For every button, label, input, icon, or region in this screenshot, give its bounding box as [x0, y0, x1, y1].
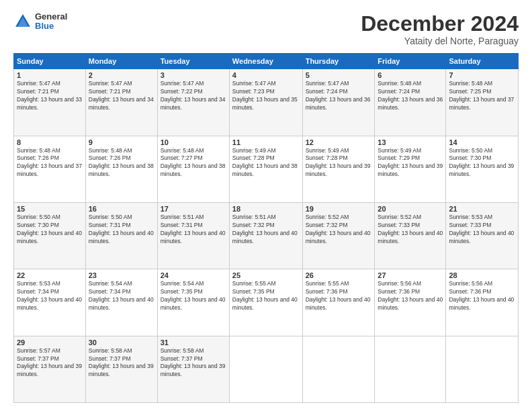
- calendar-table: Sunday Monday Tuesday Wednesday Thursday…: [13, 53, 519, 403]
- day-number: 29: [17, 338, 83, 347]
- day-number: 30: [89, 338, 154, 347]
- table-row: [229, 336, 302, 402]
- day-info: Sunrise: 5:52 AMSunset: 7:32 PMDaylight:…: [306, 214, 372, 246]
- logo-text: General Blue: [35, 12, 67, 32]
- table-row: 30Sunrise: 5:58 AMSunset: 7:37 PMDayligh…: [85, 336, 157, 402]
- day-info: Sunrise: 5:48 AMSunset: 7:27 PMDaylight:…: [161, 147, 226, 179]
- day-number: 18: [232, 205, 300, 213]
- day-info: Sunrise: 5:48 AMSunset: 7:24 PMDaylight:…: [378, 80, 443, 112]
- day-info: Sunrise: 5:50 AMSunset: 7:31 PMDaylight:…: [89, 214, 154, 246]
- day-number: 23: [89, 271, 154, 279]
- day-info: Sunrise: 5:49 AMSunset: 7:28 PMDaylight:…: [232, 147, 300, 179]
- table-row: 3Sunrise: 5:47 AMSunset: 7:22 PMDaylight…: [157, 69, 229, 136]
- day-info: Sunrise: 5:58 AMSunset: 7:37 PMDaylight:…: [89, 347, 154, 379]
- table-row: 21Sunrise: 5:53 AMSunset: 7:33 PMDayligh…: [446, 202, 519, 269]
- page: General Blue December 2024 Yataity del N…: [0, 0, 532, 411]
- calendar-week-row: 29Sunrise: 5:57 AMSunset: 7:37 PMDayligh…: [14, 336, 519, 402]
- table-row: 13Sunrise: 5:49 AMSunset: 7:29 PMDayligh…: [375, 136, 446, 202]
- day-number: 31: [161, 338, 226, 347]
- top-section: General Blue December 2024 Yataity del N…: [13, 12, 519, 46]
- day-info: Sunrise: 5:48 AMSunset: 7:26 PMDaylight:…: [17, 147, 83, 179]
- table-row: 12Sunrise: 5:49 AMSunset: 7:28 PMDayligh…: [302, 136, 375, 202]
- day-info: Sunrise: 5:55 AMSunset: 7:36 PMDaylight:…: [306, 280, 372, 312]
- day-info: Sunrise: 5:53 AMSunset: 7:34 PMDaylight:…: [17, 280, 83, 312]
- day-info: Sunrise: 5:52 AMSunset: 7:33 PMDaylight:…: [378, 214, 443, 246]
- table-row: 1Sunrise: 5:47 AMSunset: 7:21 PMDaylight…: [14, 69, 86, 136]
- day-info: Sunrise: 5:55 AMSunset: 7:35 PMDaylight:…: [232, 280, 300, 312]
- table-row: 5Sunrise: 5:47 AMSunset: 7:24 PMDaylight…: [302, 69, 375, 136]
- table-row: 17Sunrise: 5:51 AMSunset: 7:31 PMDayligh…: [157, 202, 229, 269]
- col-thursday: Thursday: [302, 54, 375, 69]
- day-number: 27: [378, 271, 443, 279]
- logo-icon: [13, 12, 32, 31]
- day-number: 16: [89, 205, 154, 213]
- day-number: 22: [17, 271, 83, 279]
- table-row: 18Sunrise: 5:51 AMSunset: 7:32 PMDayligh…: [229, 202, 302, 269]
- table-row: 23Sunrise: 5:54 AMSunset: 7:34 PMDayligh…: [85, 269, 157, 336]
- day-number: 8: [17, 138, 83, 146]
- col-saturday: Saturday: [446, 54, 519, 69]
- table-row: 24Sunrise: 5:54 AMSunset: 7:35 PMDayligh…: [157, 269, 229, 336]
- day-number: 20: [378, 205, 443, 213]
- day-info: Sunrise: 5:56 AMSunset: 7:36 PMDaylight:…: [378, 280, 443, 312]
- day-info: Sunrise: 5:56 AMSunset: 7:36 PMDaylight:…: [449, 280, 515, 312]
- day-info: Sunrise: 5:54 AMSunset: 7:34 PMDaylight:…: [89, 280, 154, 312]
- table-row: 20Sunrise: 5:52 AMSunset: 7:33 PMDayligh…: [375, 202, 446, 269]
- day-info: Sunrise: 5:47 AMSunset: 7:21 PMDaylight:…: [89, 80, 154, 112]
- day-info: Sunrise: 5:47 AMSunset: 7:24 PMDaylight:…: [306, 80, 372, 112]
- day-info: Sunrise: 5:57 AMSunset: 7:37 PMDaylight:…: [17, 347, 83, 379]
- day-number: 5: [306, 71, 372, 79]
- table-row: 27Sunrise: 5:56 AMSunset: 7:36 PMDayligh…: [375, 269, 446, 336]
- table-row: 29Sunrise: 5:57 AMSunset: 7:37 PMDayligh…: [14, 336, 86, 402]
- table-row: 26Sunrise: 5:55 AMSunset: 7:36 PMDayligh…: [302, 269, 375, 336]
- col-wednesday: Wednesday: [229, 54, 302, 69]
- day-number: 12: [306, 138, 372, 146]
- location-subtitle: Yataity del Norte, Paraguay: [361, 36, 519, 46]
- day-number: 24: [161, 271, 226, 279]
- table-row: 14Sunrise: 5:50 AMSunset: 7:30 PMDayligh…: [446, 136, 519, 202]
- day-info: Sunrise: 5:48 AMSunset: 7:26 PMDaylight:…: [89, 147, 154, 179]
- day-number: 19: [306, 205, 372, 213]
- day-info: Sunrise: 5:50 AMSunset: 7:30 PMDaylight:…: [449, 147, 515, 179]
- col-friday: Friday: [375, 54, 446, 69]
- table-row: 6Sunrise: 5:48 AMSunset: 7:24 PMDaylight…: [375, 69, 446, 136]
- day-number: 3: [161, 71, 226, 79]
- day-number: 13: [378, 138, 443, 146]
- table-row: 15Sunrise: 5:50 AMSunset: 7:30 PMDayligh…: [14, 202, 86, 269]
- day-info: Sunrise: 5:51 AMSunset: 7:31 PMDaylight:…: [161, 214, 226, 246]
- col-monday: Monday: [85, 54, 157, 69]
- day-number: 11: [232, 138, 300, 146]
- logo-blue: Blue: [35, 21, 67, 31]
- col-sunday: Sunday: [14, 54, 86, 69]
- day-info: Sunrise: 5:53 AMSunset: 7:33 PMDaylight:…: [449, 214, 515, 246]
- table-row: 9Sunrise: 5:48 AMSunset: 7:26 PMDaylight…: [85, 136, 157, 202]
- table-row: 16Sunrise: 5:50 AMSunset: 7:31 PMDayligh…: [85, 202, 157, 269]
- day-info: Sunrise: 5:54 AMSunset: 7:35 PMDaylight:…: [161, 280, 226, 312]
- day-number: 7: [449, 71, 515, 79]
- table-row: 22Sunrise: 5:53 AMSunset: 7:34 PMDayligh…: [14, 269, 86, 336]
- table-row: 25Sunrise: 5:55 AMSunset: 7:35 PMDayligh…: [229, 269, 302, 336]
- calendar-week-row: 1Sunrise: 5:47 AMSunset: 7:21 PMDaylight…: [14, 69, 519, 136]
- table-row: 28Sunrise: 5:56 AMSunset: 7:36 PMDayligh…: [446, 269, 519, 336]
- day-info: Sunrise: 5:49 AMSunset: 7:29 PMDaylight:…: [378, 147, 443, 179]
- table-row: 4Sunrise: 5:47 AMSunset: 7:23 PMDaylight…: [229, 69, 302, 136]
- table-row: 19Sunrise: 5:52 AMSunset: 7:32 PMDayligh…: [302, 202, 375, 269]
- day-number: 10: [161, 138, 226, 146]
- table-row: 11Sunrise: 5:49 AMSunset: 7:28 PMDayligh…: [229, 136, 302, 202]
- table-row: [302, 336, 375, 402]
- day-number: 28: [449, 271, 515, 279]
- day-number: 6: [378, 71, 443, 79]
- day-info: Sunrise: 5:47 AMSunset: 7:21 PMDaylight:…: [17, 80, 83, 112]
- logo: General Blue: [13, 12, 67, 32]
- title-section: December 2024 Yataity del Norte, Paragua…: [361, 12, 519, 46]
- calendar-week-row: 22Sunrise: 5:53 AMSunset: 7:34 PMDayligh…: [14, 269, 519, 336]
- table-row: 7Sunrise: 5:48 AMSunset: 7:25 PMDaylight…: [446, 69, 519, 136]
- calendar-week-row: 8Sunrise: 5:48 AMSunset: 7:26 PMDaylight…: [14, 136, 519, 202]
- col-tuesday: Tuesday: [157, 54, 229, 69]
- day-info: Sunrise: 5:51 AMSunset: 7:32 PMDaylight:…: [232, 214, 300, 246]
- day-number: 14: [449, 138, 515, 146]
- logo-general: General: [35, 12, 67, 21]
- day-info: Sunrise: 5:48 AMSunset: 7:25 PMDaylight:…: [449, 80, 515, 112]
- day-number: 4: [232, 71, 300, 79]
- day-info: Sunrise: 5:50 AMSunset: 7:30 PMDaylight:…: [17, 214, 83, 246]
